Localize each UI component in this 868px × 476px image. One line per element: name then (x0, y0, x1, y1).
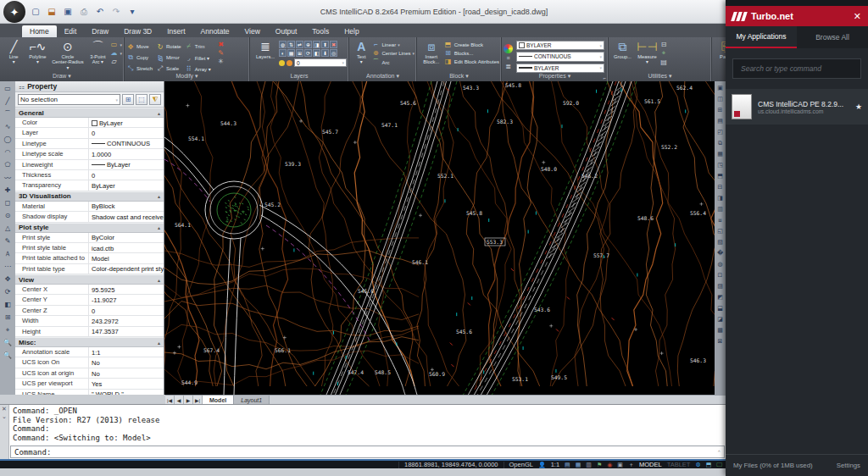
fillet-tool[interactable]: ◞Fillet ▾ (185, 53, 211, 63)
menu-tab-draw-3d[interactable]: Draw 3D (116, 25, 159, 37)
left-tool-6-icon[interactable]: ◠ (2, 146, 14, 158)
left-tool-10-icon[interactable]: ◻ (2, 196, 14, 209)
command-close-icon[interactable]: ✕ (2, 406, 7, 412)
menu-tab-tools[interactable]: Tools (304, 25, 337, 37)
prev-tab-icon[interactable]: ◀ (175, 396, 184, 404)
id-point-icon[interactable]: ⌖ (659, 49, 668, 58)
right-tool-16-icon[interactable]: � (715, 247, 725, 258)
color-select[interactable]: BYLAYER▾ (516, 41, 604, 50)
tabstrip-scrollbar[interactable] (270, 396, 726, 404)
group-tool[interactable]: ⧉Group... (611, 39, 634, 73)
property-row[interactable]: Print style tableicad.ctb (15, 243, 164, 253)
left-tool-16-icon[interactable]: ✥ (2, 273, 14, 285)
menu-tab-view[interactable]: View (237, 25, 268, 37)
turbo-tab-browse-all[interactable]: Browse All (797, 26, 868, 48)
revision-cloud-icon[interactable]: ☁ (110, 49, 119, 57)
turbo-search-input[interactable] (739, 64, 854, 74)
undo-icon[interactable]: ↶ (93, 5, 107, 19)
qat-dropdown-icon[interactable]: ▾ (125, 5, 139, 19)
first-tab-icon[interactable]: |◀ (165, 396, 175, 404)
left-tool-9-icon[interactable]: ✚ (2, 184, 14, 196)
create-block-icon[interactable]: ⬒ (444, 41, 453, 48)
layer-tool-10-icon[interactable]: ⊞ (296, 49, 303, 57)
left-tool-15-icon[interactable]: ⋯ (2, 260, 14, 273)
renderer-label[interactable]: OpenGL (509, 461, 533, 468)
turbo-close-icon[interactable]: ✕ (854, 11, 861, 22)
menu-tab-edit[interactable]: Edit (57, 25, 85, 37)
insert-block-tool[interactable]: ⧈Insert Block... (420, 39, 443, 73)
arc-tool[interactable]: ⌒3-Point Arc ▾ (86, 39, 108, 73)
layer-tool-5-icon[interactable]: ◨ (313, 41, 320, 48)
layer-select[interactable]: 0▾ (294, 58, 347, 67)
right-tool-13-icon[interactable]: ⧈ (715, 214, 725, 225)
model-space-toggle[interactable]: MODEL (639, 461, 662, 468)
polyline-tool[interactable]: ⌐∿Polyline ▾ (26, 39, 48, 73)
layer-tool-11-icon[interactable]: ⟳ (304, 49, 312, 57)
layer-tool-8-icon[interactable]: ◐ (279, 49, 287, 57)
menu-tab-insert[interactable]: Insert (159, 25, 192, 37)
quick-select-icon[interactable]: ⊞ (122, 94, 134, 105)
my-files-link[interactable]: My Files (0% of 1MB used) (733, 462, 813, 469)
grid-icon[interactable]: ▦ (576, 461, 581, 468)
section-header-misc-[interactable]: Misc:▴ (15, 337, 164, 347)
left-tool-7-icon[interactable]: ⬠ (2, 158, 14, 171)
right-tool-10-icon[interactable]: ⊟ (715, 181, 725, 192)
property-row[interactable]: Center Y-11.9027 (15, 295, 164, 305)
right-tool-18-icon[interactable]: ⊡ (715, 269, 725, 280)
list-icon[interactable]: ▤ (659, 58, 668, 66)
right-tool-1-icon[interactable]: ▣ (715, 82, 725, 93)
right-tool-5-icon[interactable]: ◰ (715, 126, 725, 137)
measure-tool[interactable]: ⊢⊣Measure ▾ (636, 39, 659, 73)
left-tool-8-icon[interactable]: 〰 (2, 171, 14, 184)
mirror-tool[interactable]: ⧎Mirror (156, 53, 181, 63)
snap-icon[interactable]: ▤ (565, 461, 570, 468)
display-icon[interactable]: 🖵 (716, 461, 722, 468)
right-tool-14-icon[interactable]: ◱ (715, 225, 725, 236)
circle-tool[interactable]: ⊙Circle Center-Radius ▾ (50, 39, 85, 73)
turbo-tab-my-applications[interactable]: My Applications (726, 26, 797, 48)
layer-on-bulb-icon[interactable] (279, 60, 285, 66)
property-row[interactable]: LinetypeCONTINUOUS (15, 139, 164, 149)
arc-dim-icon[interactable]: ⌒ (371, 58, 380, 67)
property-row[interactable]: Annotation scale1:1 (15, 347, 164, 357)
right-tool-3-icon[interactable]: ⊞ (715, 104, 725, 115)
left-tool-21-icon[interactable]: 🔍 (2, 336, 14, 349)
left-tool-2-icon[interactable]: ╱ (2, 95, 14, 108)
left-tool-17-icon[interactable]: ⟳ (2, 285, 14, 298)
right-tool-11-icon[interactable]: ◨ (715, 192, 725, 203)
layers-tool[interactable]: ≣Layers... (253, 39, 278, 73)
layer-tool-7-icon[interactable]: ✖ (330, 41, 337, 48)
selection-select[interactable]: No selection▾ (18, 94, 120, 105)
layout-switch-icon[interactable]: ⬒ (706, 461, 712, 468)
property-row[interactable]: Print styleByColor (15, 233, 164, 243)
calculator-icon[interactable]: ⊟ (659, 41, 668, 48)
left-tool-14-icon[interactable]: Ａ (2, 247, 14, 260)
annotation-scale-label[interactable]: 1:1 (551, 461, 559, 468)
tablet-toggle[interactable]: TABLET (667, 461, 691, 468)
right-tool-21-icon[interactable]: ⬓ (715, 302, 725, 313)
right-tool-22-icon[interactable]: ◪ (715, 313, 725, 324)
menu-tab-annotate[interactable]: Annotate (193, 25, 237, 37)
left-tool-19-icon[interactable]: ⊞ (2, 311, 14, 324)
erase-icon[interactable]: ✖ (217, 41, 225, 48)
center-lines-icon[interactable]: ⊕ (371, 49, 380, 57)
linear-dim-icon[interactable]: ⌐ (371, 41, 380, 48)
section-header-view[interactable]: View▴ (15, 274, 164, 285)
new-file-icon[interactable]: ▢ (29, 5, 42, 19)
property-row[interactable]: TransparencyByLayer (15, 180, 164, 191)
right-tool-2-icon[interactable]: ◫ (715, 93, 725, 104)
property-row[interactable]: Height147.3537 (15, 327, 164, 337)
open-file-icon[interactable]: ⬓ (45, 5, 58, 19)
turbo-search[interactable] (732, 58, 861, 79)
property-row[interactable]: Width243.2972 (15, 316, 164, 326)
plot-icon[interactable]: ⎙ (77, 5, 91, 19)
left-tool-1-icon[interactable]: ▭ (2, 82, 14, 95)
right-tool-19-icon[interactable]: ▨ (715, 280, 725, 291)
turbo-app-item[interactable]: CMS IntelliCAD PE 8.2.9... us.cloud.inte… (726, 89, 868, 125)
copy-tool[interactable]: ⧉Copy (126, 53, 153, 63)
left-tool-12-icon[interactable]: △ (2, 222, 14, 235)
command-history[interactable]: Command: _OPENFile Version: R27 (2013) r… (9, 405, 726, 446)
property-row[interactable]: Thickness0 (15, 170, 164, 180)
menu-tab-home[interactable]: Home (22, 25, 57, 37)
right-tool-8-icon[interactable]: ◳ (715, 159, 725, 170)
